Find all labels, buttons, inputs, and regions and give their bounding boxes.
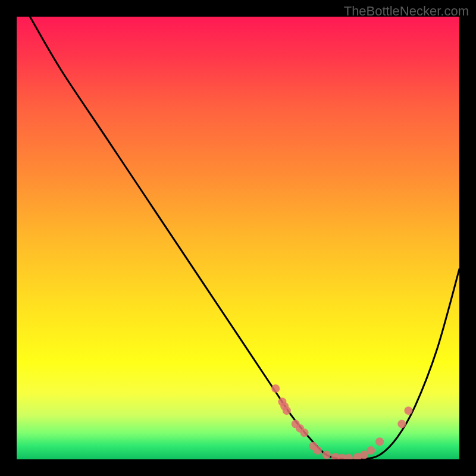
chart-svg	[17, 17, 459, 459]
data-point	[345, 454, 353, 459]
data-point	[271, 384, 280, 393]
data-point	[404, 406, 412, 415]
data-point	[367, 446, 375, 455]
watermark-text: TheBottleNecker.com	[344, 4, 469, 19]
data-point-markers	[271, 384, 412, 459]
data-point	[283, 406, 291, 415]
data-point	[314, 446, 322, 455]
data-point	[375, 437, 384, 446]
bottleneck-curve-line	[30, 17, 459, 459]
data-point	[300, 428, 309, 437]
chart-plot-area	[17, 17, 459, 459]
data-point	[397, 419, 406, 428]
data-point	[322, 451, 331, 459]
